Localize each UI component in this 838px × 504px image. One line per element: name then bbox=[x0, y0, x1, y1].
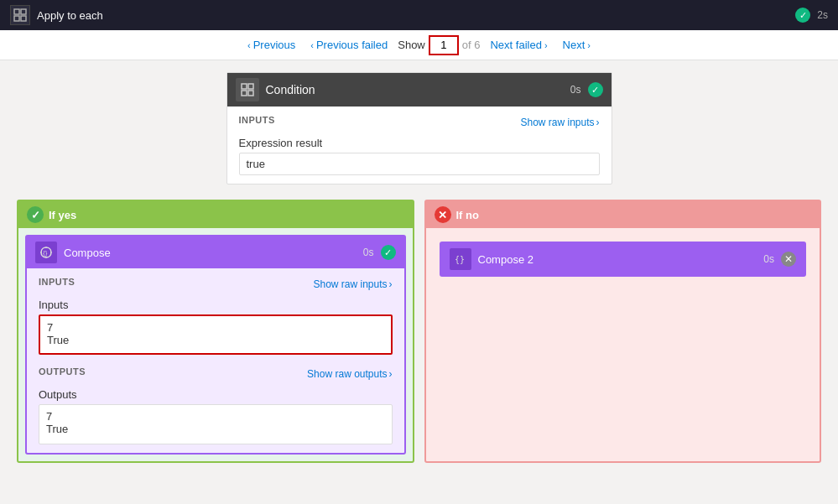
top-bar-left: Apply to each bbox=[10, 5, 103, 25]
previous-button[interactable]: ‹ Previous bbox=[242, 35, 300, 55]
expression-result-value: true bbox=[239, 153, 600, 175]
condition-success-badge: ✓ bbox=[588, 82, 603, 97]
svg-rect-7 bbox=[248, 91, 253, 96]
top-bar: Apply to each ✓ 2s bbox=[0, 0, 838, 30]
svg-rect-2 bbox=[14, 16, 19, 21]
show-input[interactable] bbox=[429, 35, 459, 55]
branch-row: ✓ If yes {} bbox=[17, 200, 821, 463]
show-raw-inputs-link[interactable]: Show raw inputs › bbox=[520, 117, 599, 128]
compose-body: INPUTS Show raw inputs › Inputs 7True bbox=[27, 268, 404, 453]
compose-inputs-label: INPUTS bbox=[39, 277, 75, 287]
show-raw-inputs-chevron-icon: › bbox=[389, 278, 393, 290]
compose-header: {} Compose 0s ✓ bbox=[27, 236, 404, 268]
inputs-field-value: 7True bbox=[39, 314, 393, 355]
svg-text:{}: {} bbox=[43, 249, 48, 257]
outputs-field-value: 7True bbox=[39, 404, 393, 444]
svg-rect-6 bbox=[242, 91, 247, 96]
previous-failed-button[interactable]: ‹ Previous failed bbox=[305, 35, 393, 55]
branch-yes-label: If yes bbox=[49, 209, 76, 221]
show-raw-inputs-link-compose[interactable]: Show raw inputs › bbox=[313, 278, 392, 290]
next-failed-button[interactable]: Next failed › bbox=[485, 35, 552, 55]
next-button[interactable]: Next › bbox=[558, 35, 596, 55]
nav-bar: ‹ Previous ‹ Previous failed Show of 6 N… bbox=[0, 30, 838, 60]
next-failed-chevron-icon: › bbox=[544, 40, 548, 50]
compose-outputs-section: OUTPUTS Show raw outputs › Outputs 7True bbox=[39, 366, 393, 444]
next-chevron-icon: › bbox=[587, 40, 591, 50]
compose-success-badge: ✓ bbox=[381, 245, 396, 260]
branch-no-label: If no bbox=[456, 209, 479, 221]
apply-to-each-icon bbox=[10, 5, 30, 25]
svg-rect-3 bbox=[21, 16, 26, 21]
show-pagination: Show of 6 bbox=[398, 35, 480, 55]
condition-header: Condition 0s ✓ bbox=[227, 73, 612, 107]
previous-chevron-icon: ‹ bbox=[247, 40, 251, 50]
compose2-icon: {} bbox=[450, 248, 471, 270]
branch-no-header: ✕ If no bbox=[426, 201, 820, 228]
compose-inputs-section: INPUTS Show raw inputs › Inputs 7True bbox=[39, 277, 393, 355]
branch-yes-check-icon: ✓ bbox=[27, 206, 44, 223]
condition-body: INPUTS Show raw inputs › Expression resu… bbox=[227, 107, 612, 184]
expression-result-label: Expression result bbox=[239, 137, 600, 149]
svg-text:{}: {} bbox=[455, 255, 465, 264]
svg-rect-4 bbox=[242, 84, 247, 89]
main-content: Condition 0s ✓ INPUTS Show raw inputs › … bbox=[0, 60, 838, 504]
branch-no-body: {} Compose 2 0s ✕ bbox=[426, 228, 820, 290]
compose-time: 0s bbox=[363, 247, 374, 258]
show-raw-outputs-chevron-icon: › bbox=[389, 368, 393, 380]
condition-block: Condition 0s ✓ INPUTS Show raw inputs › … bbox=[226, 72, 612, 184]
show-raw-outputs-link[interactable]: Show raw outputs › bbox=[307, 368, 392, 380]
svg-rect-0 bbox=[14, 9, 19, 14]
compose-outputs-label: OUTPUTS bbox=[39, 366, 86, 377]
compose2-title: Compose 2 bbox=[478, 253, 534, 266]
condition-title: Condition bbox=[266, 83, 315, 96]
condition-time: 0s bbox=[570, 84, 581, 96]
outputs-field-label: Outputs bbox=[39, 388, 393, 401]
svg-rect-1 bbox=[21, 9, 26, 14]
show-raw-chevron-icon: › bbox=[596, 117, 600, 128]
inputs-field-label: Inputs bbox=[39, 299, 393, 311]
compose2-block: {} Compose 2 0s ✕ bbox=[440, 242, 807, 277]
inputs-label: INPUTS bbox=[239, 115, 275, 125]
branch-no-x-icon: ✕ bbox=[435, 206, 451, 223]
condition-icon bbox=[236, 78, 259, 101]
compose2-error-badge: ✕ bbox=[781, 252, 796, 267]
branch-no: ✕ If no {} Compose 2 bbox=[424, 200, 822, 463]
compose2-time: 0s bbox=[763, 253, 774, 265]
prev-failed-chevron-icon: ‹ bbox=[310, 40, 314, 50]
top-bar-title: Apply to each bbox=[37, 9, 103, 22]
branch-yes-header: ✓ If yes bbox=[18, 201, 413, 228]
compose-block: {} Compose 0s ✓ INPUTS bbox=[25, 235, 406, 455]
compose2-header: {} Compose 2 0s ✕ bbox=[441, 243, 805, 275]
compose-icon: {} bbox=[35, 242, 57, 263]
top-bar-success-badge: ✓ bbox=[795, 8, 810, 23]
svg-rect-5 bbox=[248, 84, 253, 89]
branch-yes: ✓ If yes {} bbox=[17, 200, 414, 463]
top-bar-time: 2s bbox=[817, 9, 828, 21]
compose-title: Compose bbox=[64, 247, 111, 259]
